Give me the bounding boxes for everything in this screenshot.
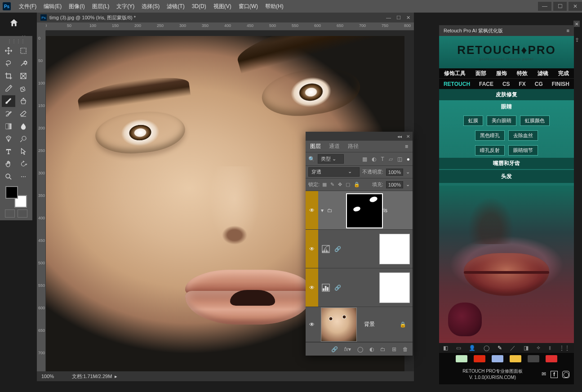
menu-select[interactable]: 选择(S) <box>138 0 163 13</box>
document-titlebar[interactable]: Ps timg (3).jpg @ 100% (Iris, 图层蒙版/8) * … <box>37 13 414 22</box>
foreground-swatch[interactable] <box>5 186 18 199</box>
flag-3[interactable] <box>510 355 521 362</box>
opacity-value[interactable]: 100% <box>386 169 403 176</box>
section-hair[interactable]: 头发 <box>439 170 574 183</box>
tab-layers[interactable]: 图层 <box>310 143 321 150</box>
marquee-tool[interactable] <box>17 45 30 57</box>
lock-position-icon[interactable]: ✥ <box>338 182 342 187</box>
btn-iris-color[interactable]: 虹膜颜色 <box>520 116 550 126</box>
flag-0[interactable] <box>456 355 467 362</box>
facebook-icon[interactable]: f <box>551 371 558 378</box>
visibility-toggle-icon[interactable]: 👁 <box>306 191 318 229</box>
blur-tool[interactable] <box>17 120 30 132</box>
ext-tool-10-icon[interactable]: ⋮⋮ <box>559 345 570 351</box>
nav-en-cs[interactable]: CS <box>502 81 510 87</box>
zoom-level[interactable]: 100% <box>41 374 54 379</box>
zoom-tool[interactable] <box>2 171 15 183</box>
layer-fx-icon[interactable]: fx▾ <box>344 346 351 352</box>
section-skin[interactable]: 皮肤修复 <box>439 89 574 100</box>
menu-3d[interactable]: 3D(D) <box>188 0 210 13</box>
screenmode-icon[interactable] <box>18 209 27 218</box>
ext-menu-icon[interactable]: ≡ <box>567 28 569 33</box>
home-icon[interactable] <box>7 16 21 30</box>
quickmask-icon[interactable] <box>5 209 15 218</box>
lock-pixels-icon[interactable]: ✎ <box>330 182 334 187</box>
pen-tool[interactable] <box>2 133 15 145</box>
color-swatches[interactable] <box>5 186 27 208</box>
flag-1[interactable] <box>474 355 485 362</box>
nav-cn-fx[interactable]: 特效 <box>517 70 528 77</box>
nav-cn-cs[interactable]: 服饰 <box>496 70 507 77</box>
doc-close-icon[interactable]: ✕ <box>406 15 410 21</box>
frame-tool[interactable] <box>17 70 30 82</box>
nav-en-retouch[interactable]: RETOUCH <box>444 81 470 87</box>
filter-type-select[interactable]: 类型 ⌄ <box>318 154 344 164</box>
menu-image[interactable]: 图像(I) <box>65 0 88 13</box>
link-icon[interactable]: 🔗 <box>334 246 341 252</box>
lock-all-icon[interactable]: 🔒 <box>354 182 360 187</box>
lock-icon[interactable]: 🔒 <box>400 321 406 328</box>
menu-file[interactable]: 文件(F) <box>15 0 40 13</box>
tab-paths[interactable]: 路径 <box>348 143 359 150</box>
eraser-tool[interactable] <box>17 108 30 120</box>
ext-tool-9-icon[interactable]: ⦀ <box>549 345 551 351</box>
filter-toggle-icon[interactable]: ● <box>407 156 410 162</box>
window-minimize-icon[interactable]: — <box>538 2 551 11</box>
visibility-toggle-icon[interactable]: 👁 <box>306 230 318 268</box>
layer-row[interactable]: 👁 🔗 <box>306 230 413 268</box>
brush-tool[interactable] <box>2 95 15 107</box>
rotate-view-tool[interactable] <box>17 158 30 170</box>
nav-cn-cg[interactable]: 滤镜 <box>538 70 548 77</box>
delete-layer-icon[interactable]: 🗑 <box>403 346 408 352</box>
flag-5[interactable] <box>546 355 557 362</box>
menu-help[interactable]: 帮助(H) <box>262 0 287 13</box>
ext-tool-1-icon[interactable]: ◧ <box>443 345 448 351</box>
clone-stamp-tool[interactable] <box>17 95 30 107</box>
flag-4[interactable] <box>528 355 539 362</box>
tab-channels[interactable]: 通道 <box>329 143 340 150</box>
menu-window[interactable]: 窗口(W) <box>235 0 262 13</box>
visibility-toggle-icon[interactable]: 👁 <box>306 268 318 307</box>
panel-collapse-icon[interactable]: ◂◂ <box>397 134 402 139</box>
menu-filter[interactable]: 滤镜(T) <box>163 0 188 13</box>
ruler-horizontal[interactable]: 0501001502002503003504004505005506006507… <box>46 22 414 31</box>
filter-type-icon[interactable]: T <box>381 156 384 162</box>
flag-2[interactable] <box>492 355 503 362</box>
toolbar-grip-icon[interactable]: ⋮⋮⋮⋮ <box>2 39 31 45</box>
ext-dock-close-icon[interactable]: ✕ <box>573 21 580 27</box>
patch-tool[interactable] <box>17 83 30 94</box>
history-brush-tool[interactable] <box>2 108 15 120</box>
filter-adjust-icon[interactable]: ◐ <box>372 156 376 162</box>
filter-search-icon[interactable]: 🔍 <box>308 156 315 162</box>
doc-maximize-icon[interactable]: ☐ <box>396 15 401 21</box>
panel-menu-icon[interactable]: ≡ <box>405 143 408 150</box>
window-maximize-icon[interactable]: ☐ <box>553 2 567 11</box>
lasso-tool[interactable] <box>2 58 15 69</box>
move-tool[interactable] <box>2 45 15 57</box>
lock-artboard-icon[interactable]: ▢ <box>346 182 350 187</box>
fill-arrow-icon[interactable]: ⌄ <box>406 182 410 187</box>
btn-black-pupil[interactable]: 黑色瞳孔 <box>475 130 505 141</box>
ext-tool-2-icon[interactable]: ▭ <box>456 345 461 351</box>
visibility-toggle-icon[interactable]: 👁 <box>306 307 318 342</box>
ext-tool-4-icon[interactable]: ◯ <box>484 345 489 351</box>
layer-row[interactable]: 👁 🔗 <box>306 268 413 307</box>
layer-mask-thumb[interactable] <box>379 272 410 303</box>
ext-tool-3-icon[interactable]: 👤 <box>469 345 475 351</box>
menu-edit[interactable]: 编辑(E) <box>40 0 65 13</box>
expand-arrow-icon[interactable]: ▾ <box>321 207 324 214</box>
btn-iris[interactable]: 虹膜 <box>463 116 483 126</box>
opacity-arrow-icon[interactable]: ⌄ <box>406 169 410 175</box>
panel-close-icon[interactable]: ✕ <box>406 134 410 139</box>
menu-type[interactable]: 文字(Y) <box>113 0 138 13</box>
window-close-icon[interactable]: ✕ <box>569 2 582 11</box>
instagram-icon[interactable]: ◯ <box>562 371 569 378</box>
eyedropper-tool[interactable] <box>2 83 15 94</box>
type-tool[interactable] <box>2 146 15 157</box>
btn-whiten-eyes[interactable]: 美白眼睛 <box>487 116 516 126</box>
btn-pupil-reflection[interactable]: 瞳孔反射 <box>475 145 505 156</box>
dodge-tool[interactable] <box>17 133 30 145</box>
hand-tool[interactable] <box>2 158 15 170</box>
mail-icon[interactable]: ✉ <box>542 371 546 378</box>
path-select-tool[interactable] <box>17 146 30 157</box>
